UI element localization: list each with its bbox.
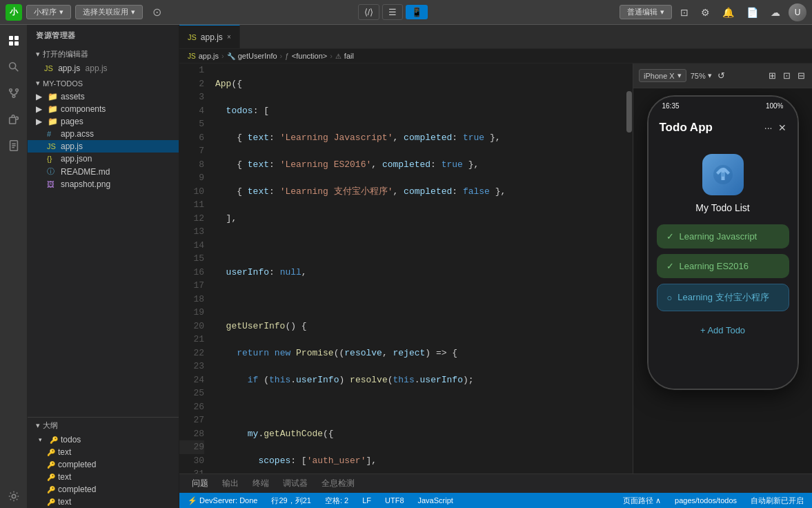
tab-terminal[interactable]: 终端 [246, 478, 276, 489]
activity-pages-icon[interactable] [2, 134, 26, 157]
tree-item-snapshot[interactable]: 🖼 snapshot.png [28, 178, 179, 190]
bc-app-js[interactable]: app.js [199, 52, 219, 60]
settings-button[interactable]: ☰ [382, 4, 403, 20]
page-route-label-text: 页面路径 [623, 496, 653, 506]
svg-point-4 [9, 63, 15, 69]
devserver-status[interactable]: ⚡ DevServer: Done [185, 496, 260, 505]
outline-section: ▾ 大纲 ▾ 🔑 todos 🔑 text 🔑 completed � [28, 417, 179, 508]
tree-item-app-js[interactable]: JS app.js [28, 140, 179, 153]
app-header-icons: ··· ✕ [764, 122, 786, 133]
editor-scrollbar[interactable] [626, 63, 633, 473]
open-editors-section[interactable]: ▾ 打开的编辑器 [28, 46, 179, 62]
svg-point-19 [721, 173, 725, 177]
zoom-control[interactable]: 75% ▾ [691, 71, 712, 80]
code-editor-panel: 12345 678910 1112131415 1617181920 21222… [179, 63, 633, 473]
add-todo-button[interactable]: + Add Todo [657, 325, 789, 335]
js-icon: JS [47, 142, 58, 150]
todo-check-2: ○ [667, 293, 673, 303]
gear-button[interactable]: ⚙ [697, 6, 714, 19]
app-acss-label: app.acss [61, 129, 94, 139]
bc-function[interactable]: <function> [292, 52, 327, 60]
tab-debugger[interactable]: 调试器 [276, 478, 315, 489]
editor-scrollbar-thumb[interactable] [626, 91, 632, 133]
todo-item-0[interactable]: ✓ Learning Javascript [657, 224, 789, 248]
todo-list: ✓ Learning Javascript ✓ Learning ES2016 … [648, 224, 798, 311]
app-close-icon[interactable]: ✕ [778, 122, 786, 133]
components-label: components [61, 104, 106, 114]
tab-js-icon: JS [188, 33, 197, 41]
layout-split-button[interactable]: ⊡ [782, 69, 792, 82]
encoding-status[interactable]: UTF8 [382, 496, 407, 505]
activity-settings-icon[interactable] [2, 485, 26, 508]
line-col-status[interactable]: 行29，列21 [268, 496, 313, 506]
snapshot-label: snapshot.png [61, 179, 110, 189]
tab-app-js[interactable]: JS app.js × [179, 25, 240, 49]
app-more-icon[interactable]: ··· [764, 122, 773, 133]
page-route-value[interactable]: pages/todos/todos [672, 496, 740, 505]
refresh-button[interactable]: ↺ [716, 69, 726, 82]
layout-grid-button[interactable]: ⊞ [767, 69, 778, 82]
outline-item-completed-1[interactable]: 🔑 completed [28, 458, 179, 471]
minimize-button[interactable]: ⊡ [676, 6, 693, 19]
todo-item-2[interactable]: ○ Learning 支付宝小程序 [657, 284, 789, 311]
app-selector-button[interactable]: 小程序 ▾ [26, 5, 71, 19]
compile-button[interactable]: ⟨/⟩ [358, 4, 380, 20]
page-route-label: 页面路径 ∧ [620, 496, 664, 506]
bc-fail[interactable]: fail [344, 52, 354, 60]
tree-item-pages[interactable]: ▶ 📁 pages [28, 115, 179, 128]
outline-item-text-2[interactable]: 🔑 text [28, 471, 179, 483]
open-file-item[interactable]: JS app.js app.js [28, 62, 179, 76]
outline-item-completed-2[interactable]: 🔑 completed [28, 483, 179, 496]
page-route-arrow-icon: ∧ [655, 496, 661, 505]
json-icon: {} [47, 155, 58, 163]
spaces-status[interactable]: 空格: 2 [322, 496, 351, 506]
tab-close-button[interactable]: × [227, 33, 231, 41]
todo-item-1[interactable]: ✓ Learning ES2016 [657, 254, 789, 278]
activity-explorer-icon[interactable] [2, 29, 26, 52]
tree-item-assets[interactable]: ▶ 📁 assets [28, 90, 179, 103]
tree-item-app-acss[interactable]: # app.acss [28, 128, 179, 140]
activity-search-icon[interactable] [2, 55, 26, 79]
lang-status[interactable]: JavaScript [415, 496, 456, 505]
device-selector[interactable]: iPhone X ▾ [639, 69, 686, 82]
tab-output[interactable]: 输出 [215, 478, 246, 489]
outline-item-text-1[interactable]: 🔑 text [28, 446, 179, 458]
editor-mode-button[interactable]: 普通编辑 ▾ [620, 5, 672, 19]
select-app-button[interactable]: 选择关联应用 ▾ [75, 5, 143, 19]
bottom-panel-tabs: 问题 输出 终端 调试器 全息检测 [179, 473, 812, 493]
code-editor[interactable]: 12345 678910 1112131415 1617181920 21222… [179, 63, 633, 473]
activity-plugin-icon[interactable] [2, 108, 26, 131]
layout-full-button[interactable]: ⊟ [796, 69, 806, 82]
app-js-label: app.js [61, 141, 83, 151]
outline-item-text-3[interactable]: 🔑 text [28, 496, 179, 508]
bc-getUserInfo[interactable]: getUserInfo [238, 52, 277, 60]
app-header: Todo App ··· ✕ [648, 113, 798, 140]
cloud-icon-button[interactable]: ⊙ [147, 3, 166, 22]
phone-button[interactable]: 📱 [406, 5, 428, 19]
bc-js-icon: JS [188, 52, 196, 60]
outline-title[interactable]: ▾ 大纲 [28, 418, 179, 433]
phone-screen: Todo App ··· ✕ [648, 113, 798, 389]
app-arrow-icon: ▾ [59, 8, 63, 17]
open-file-js-icon: JS [44, 64, 53, 72]
project-section[interactable]: ▾ MY-TODOS [28, 76, 179, 90]
phone-battery-label: 100% [766, 102, 784, 110]
top-bar: 小 小程序 ▾ 选择关联应用 ▾ ⊙ ⟨/⟩ ☰ 📱 普通编辑 ▾ ⊡ [0, 0, 812, 25]
outline-item-todos[interactable]: ▾ 🔑 todos [28, 433, 179, 446]
upload-button[interactable]: ☁ [766, 6, 784, 19]
avatar[interactable]: U [789, 3, 806, 21]
app-logo-area: My Todo List [648, 140, 798, 224]
lf-status[interactable]: LF [359, 496, 374, 505]
auto-refresh-status[interactable]: 自动刷新已开启 [748, 496, 806, 506]
outline-arrow-icon: ▾ [36, 421, 40, 430]
phone-status-bar: 16:35 100% [648, 97, 798, 113]
tree-item-components[interactable]: ▶ 📁 components [28, 103, 179, 115]
doc-button[interactable]: 📄 [742, 6, 762, 19]
tree-item-readme[interactable]: ⓘ README.md [28, 165, 179, 178]
tree-item-app-json[interactable]: {} app.json [28, 153, 179, 165]
tab-bar: JS app.js × [179, 25, 812, 49]
tab-check[interactable]: 全息检测 [315, 478, 362, 489]
activity-git-icon[interactable] [2, 81, 26, 105]
notification-button[interactable]: 🔔 [718, 6, 738, 19]
tab-problems[interactable]: 问题 [185, 478, 215, 489]
